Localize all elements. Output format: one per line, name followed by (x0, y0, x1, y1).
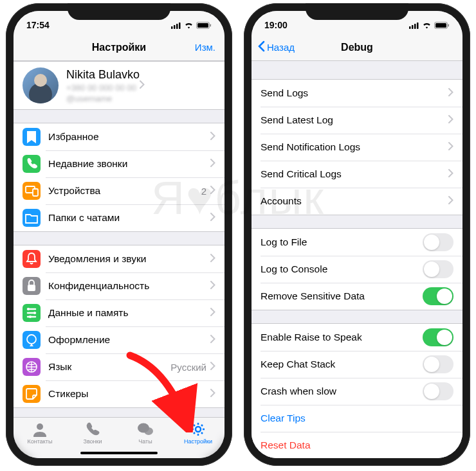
settings-row-bookmark[interactable]: Избранное (14, 123, 224, 150)
chevron-right-icon (210, 158, 215, 170)
tab-label: Контакты (28, 438, 53, 445)
settings-row-brush[interactable]: Оформление (14, 326, 224, 353)
tab-label: Чаты (138, 438, 152, 445)
chevron-right-icon (210, 185, 215, 197)
wifi-icon (422, 22, 432, 29)
screen-right: 19:00 Назад Debug Send LogsSend Latest L… (252, 11, 462, 458)
debug-row[interactable]: Log to File (252, 229, 462, 256)
svg-point-20 (196, 427, 201, 432)
battery-icon (196, 22, 212, 29)
row-label: Send Critical Logs (261, 168, 448, 180)
row-label: Log to File (261, 236, 423, 248)
group-debug-actions: Enable Raise to SpeakKeep Chat StackCras… (252, 323, 462, 458)
chevron-right-icon (210, 253, 215, 265)
settings-row-phone[interactable]: Недавние звонки (14, 150, 224, 177)
settings-content: Nikita Bulavko +380 00 000 00 00 @userna… (14, 61, 224, 417)
svg-point-13 (27, 335, 36, 344)
chevron-right-icon (448, 87, 453, 99)
toggle-switch[interactable] (423, 287, 453, 305)
phone-icon (23, 155, 41, 173)
phone-right: 19:00 Назад Debug Send LogsSend Latest L… (244, 3, 470, 466)
debug-row[interactable]: Remove Sensitive Data (252, 283, 462, 310)
debug-row[interactable]: Enable Raise to Speak (252, 324, 462, 351)
data-icon (23, 304, 41, 322)
chevron-right-icon (210, 280, 215, 292)
edit-button[interactable]: Изм. (195, 42, 215, 53)
debug-row[interactable]: Send Critical Logs (252, 161, 462, 188)
settings-row-data[interactable]: Данные и память (14, 299, 224, 326)
phone-icon (84, 422, 101, 437)
chevron-right-icon (210, 388, 215, 400)
folder-icon (23, 209, 41, 227)
tab-contact[interactable]: Контакты (14, 418, 66, 458)
debug-row[interactable]: Send Latest Log (252, 107, 462, 134)
svg-rect-27 (435, 23, 446, 28)
debug-row[interactable]: Crash when slow (252, 378, 462, 405)
tab-label: Настройки (184, 438, 212, 445)
toggle-switch[interactable] (423, 382, 453, 400)
svg-rect-28 (448, 24, 450, 26)
chevron-right-icon (448, 114, 453, 126)
back-label: Назад (267, 42, 295, 53)
debug-row[interactable]: Reset Data (252, 432, 462, 458)
status-indicators (409, 22, 450, 29)
debug-row[interactable]: Keep Chat Stack (252, 351, 462, 378)
svg-rect-23 (412, 25, 414, 29)
chevron-right-icon (210, 334, 215, 346)
tab-gear[interactable]: Настройки (172, 418, 224, 458)
profile-row[interactable]: Nikita Bulavko +380 00 000 00 00 @userna… (14, 62, 224, 109)
row-label: Папки с чатами (48, 212, 210, 224)
row-label: Keep Chat Stack (261, 359, 423, 370)
debug-content: Send LogsSend Latest LogSend Notificatio… (252, 61, 462, 458)
row-label: Enable Raise to Speak (261, 332, 423, 343)
group-general: ИзбранноеНедавние звонкиУстройства2Папки… (14, 123, 224, 232)
profile-phone: +380 00 000 00 00 (66, 83, 140, 93)
row-label: Clear Tips (261, 413, 453, 424)
profile-username: @username (66, 94, 140, 103)
back-button[interactable]: Назад (258, 40, 295, 54)
svg-rect-2 (176, 24, 178, 29)
row-label: Стикеры (48, 388, 210, 400)
svg-rect-5 (197, 23, 208, 28)
row-detail: Русский (170, 362, 206, 373)
sticker-icon (23, 385, 41, 403)
settings-row-lock[interactable]: Конфиденциальность (14, 272, 224, 299)
debug-row[interactable]: Log to Console (252, 256, 462, 283)
screen-left: 17:54 Настройки Изм. Nikita Bulavko +380… (14, 11, 224, 458)
settings-row-bell[interactable]: Уведомления и звуки (14, 245, 224, 272)
notch (306, 3, 408, 20)
settings-row-sticker[interactable]: Стикеры (14, 380, 224, 407)
toggle-switch[interactable] (423, 233, 453, 251)
row-label: Избранное (48, 131, 210, 143)
group-log-options: Log to FileLog to ConsoleRemove Sensitiv… (252, 228, 462, 310)
bell-icon (23, 250, 41, 268)
contact-icon (32, 422, 48, 437)
home-indicator (80, 452, 158, 454)
toggle-switch[interactable] (423, 260, 453, 278)
status-time: 19:00 (264, 20, 288, 30)
settings-row-devices[interactable]: Устройства2 (14, 177, 224, 204)
status-indicators (171, 22, 212, 29)
brush-icon (23, 331, 41, 349)
settings-row-folder[interactable]: Папки с чатами (14, 204, 224, 231)
toggle-switch[interactable] (423, 328, 453, 346)
globe-icon (23, 358, 41, 376)
svg-rect-3 (179, 22, 181, 29)
toggle-switch[interactable] (423, 355, 453, 373)
signal-icon (409, 22, 419, 29)
chevron-right-icon (210, 212, 215, 224)
chevron-right-icon (448, 195, 453, 207)
debug-row[interactable]: Clear Tips (252, 405, 462, 432)
settings-row-globe[interactable]: ЯзыкРусский (14, 353, 224, 380)
phone-left: 17:54 Настройки Изм. Nikita Bulavko +380… (6, 3, 232, 466)
svg-rect-6 (210, 24, 212, 26)
debug-row[interactable]: Send Notification Logs (252, 134, 462, 161)
chats-icon (137, 422, 154, 437)
row-detail: 2 (201, 186, 206, 197)
svg-rect-8 (33, 189, 38, 196)
debug-row[interactable]: Send Logs (252, 80, 462, 107)
chevron-left-icon (258, 40, 265, 54)
row-label: Недавние звонки (48, 158, 210, 170)
debug-row[interactable]: Accounts (252, 188, 462, 215)
svg-rect-1 (174, 25, 176, 29)
